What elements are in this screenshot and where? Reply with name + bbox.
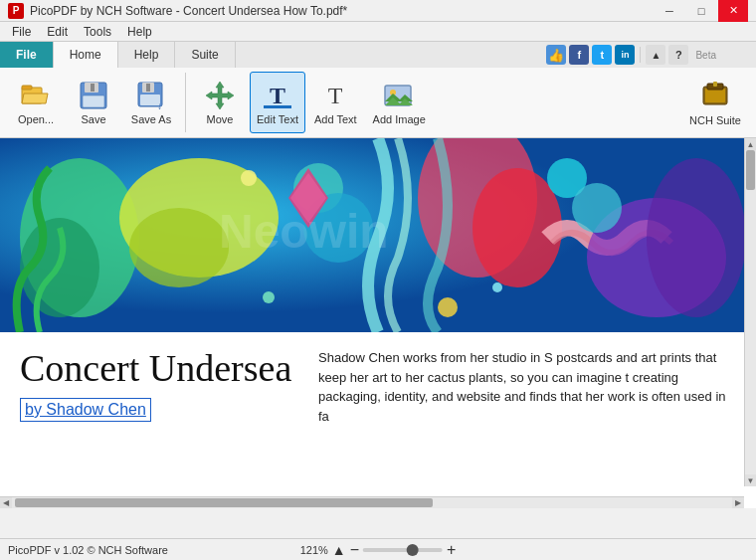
maximize-button[interactable]: □	[686, 0, 716, 22]
vertical-scrollbar[interactable]: ▲ ▼	[744, 138, 756, 486]
svg-point-43	[438, 297, 458, 317]
svg-rect-5	[83, 95, 104, 107]
move-label: Move	[207, 113, 234, 125]
save-icon	[78, 80, 109, 111]
help-icon[interactable]: ?	[668, 45, 688, 65]
svg-rect-1	[22, 86, 32, 90]
tab-file[interactable]: File	[0, 42, 54, 68]
close-button[interactable]: ✕	[718, 0, 748, 22]
edit-text-label: Edit Text	[257, 113, 298, 125]
save-label: Save	[81, 113, 105, 125]
move-button[interactable]: Move	[192, 72, 248, 133]
status-bar: PicoPDF v 1.02 © NCH Software 121% ▲ − +	[0, 538, 756, 560]
nch-suite-button[interactable]: NCH Suite	[682, 72, 748, 133]
chevron-up-icon[interactable]: ▲	[646, 45, 665, 65]
horizontal-scrollbar[interactable]: ◀ ▶	[0, 496, 744, 508]
svg-point-30	[129, 208, 229, 287]
pdf-header-image: Neowin	[0, 138, 756, 332]
nch-suite-label: NCH Suite	[689, 114, 741, 126]
svg-point-42	[263, 291, 275, 303]
svg-rect-24	[713, 82, 717, 87]
nch-suite-icon	[699, 79, 731, 112]
scroll-thumb-h[interactable]	[15, 498, 433, 507]
svg-point-38	[647, 158, 744, 317]
zoom-slider[interactable]	[363, 548, 443, 552]
pdf-content-area: Concert Undersea by Shadow Chen Shadow C…	[0, 332, 756, 442]
save-as-icon: ↓	[135, 80, 167, 111]
pdf-author[interactable]: by Shadow Chen	[20, 398, 151, 422]
add-image-icon	[383, 80, 415, 111]
beta-label: Beta	[695, 50, 716, 61]
tab-home[interactable]: Home	[54, 42, 118, 68]
window-title: PicoPDF by NCH Software - Concert Unders…	[30, 4, 655, 18]
tab-help[interactable]: Help	[118, 42, 176, 68]
zoom-percentage: 121%	[300, 544, 328, 556]
tab-suite[interactable]: Suite	[175, 42, 235, 68]
ribbon-tabs: File Home Help Suite 👍 f t in ▲ ? Beta	[0, 42, 756, 68]
menu-bar: File Edit Tools Help	[0, 22, 756, 42]
save-as-button[interactable]: ↓ Save As	[123, 72, 179, 133]
svg-rect-8	[146, 84, 150, 92]
svg-text:Neowin: Neowin	[219, 205, 389, 258]
svg-point-44	[492, 282, 502, 292]
zoom-up-arrow[interactable]: ▲	[332, 542, 346, 558]
svg-rect-4	[91, 84, 94, 92]
facebook-icon[interactable]: f	[569, 45, 589, 65]
ribbon-sep-1	[185, 73, 186, 132]
add-text-button[interactable]: T Add Text	[307, 72, 364, 133]
scroll-right-arrow[interactable]: ▶	[732, 497, 744, 508]
menu-help[interactable]: Help	[119, 23, 160, 41]
add-image-label: Add Image	[373, 113, 426, 125]
add-text-label: Add Text	[314, 113, 357, 125]
open-button[interactable]: Open...	[8, 72, 64, 133]
pdf-description: Shadow Chen works from her studio in S p…	[318, 348, 736, 426]
minimize-button[interactable]: ─	[655, 0, 684, 22]
svg-text:↓: ↓	[157, 100, 162, 111]
scroll-down-arrow[interactable]: ▼	[745, 474, 756, 486]
svg-text:T: T	[328, 83, 343, 108]
svg-marker-11	[206, 82, 234, 109]
document-area: Neowin Concert Undersea by Shadow Chen S…	[0, 138, 756, 508]
twitter-icon[interactable]: t	[592, 45, 612, 65]
open-label: Open...	[18, 113, 54, 125]
menu-edit[interactable]: Edit	[39, 23, 76, 41]
move-icon	[204, 80, 236, 111]
open-icon	[20, 80, 52, 111]
edit-text-button[interactable]: T Edit Text	[250, 72, 305, 133]
linkedin-icon[interactable]: in	[615, 45, 635, 65]
menu-file[interactable]: File	[4, 23, 39, 41]
scroll-up-arrow[interactable]: ▲	[745, 138, 756, 150]
zoom-minus-button[interactable]: −	[350, 541, 359, 559]
scroll-left-arrow[interactable]: ◀	[0, 497, 12, 508]
app-icon: P	[8, 3, 24, 19]
zoom-slider-thumb[interactable]	[407, 544, 419, 556]
thumbsup-icon[interactable]: 👍	[546, 45, 566, 65]
pdf-page: Neowin Concert Undersea by Shadow Chen S…	[0, 138, 756, 508]
window-controls: ─ □ ✕	[655, 0, 748, 22]
svg-text:T: T	[270, 83, 285, 108]
save-as-label: Save As	[131, 113, 171, 125]
ribbon: File Home Help Suite 👍 f t in ▲ ? Beta	[0, 42, 756, 138]
edit-text-icon: T	[262, 80, 293, 111]
pdf-left-column: Concert Undersea by Shadow Chen	[20, 348, 298, 426]
pdf-title: Concert Undersea	[20, 348, 298, 390]
scroll-thumb-v[interactable]	[746, 150, 755, 190]
add-image-button[interactable]: Add Image	[366, 72, 433, 133]
add-text-icon: T	[319, 80, 351, 111]
title-bar: P PicoPDF by NCH Software - Concert Unde…	[0, 0, 756, 22]
svg-rect-22	[705, 89, 725, 102]
zoom-plus-button[interactable]: +	[447, 541, 456, 559]
zoom-controls: 121% ▲ − +	[300, 541, 457, 559]
svg-point-40	[572, 183, 622, 233]
menu-tools[interactable]: Tools	[76, 23, 119, 41]
save-button[interactable]: Save	[66, 72, 121, 133]
svg-point-41	[241, 170, 257, 186]
ribbon-content: Open... Save ↓	[0, 68, 756, 137]
